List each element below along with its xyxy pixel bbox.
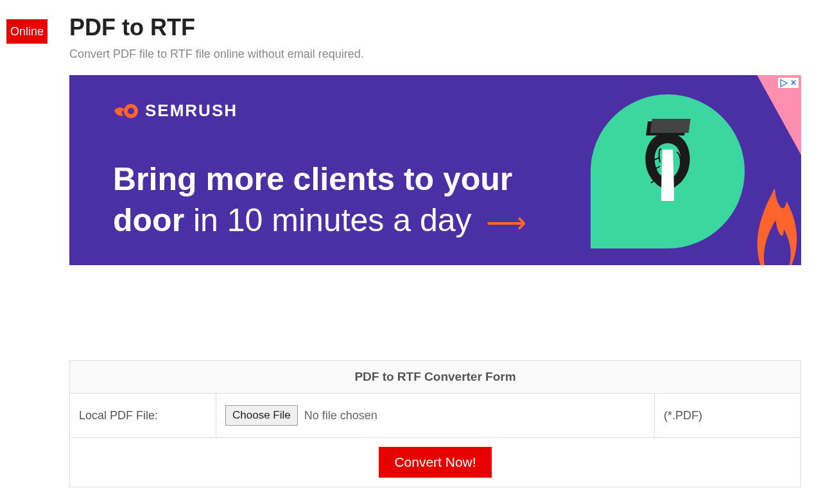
file-extension-hint: (*.PDF) (655, 394, 801, 438)
adchoices-icon[interactable] (778, 78, 788, 88)
svg-rect-1 (650, 119, 691, 133)
door-knocker-icon (629, 117, 706, 207)
ad-headline-bold-1: Bring more clients to your (113, 161, 512, 197)
arrow-right-icon: ⟶ (481, 207, 526, 238)
ad-brand-text: SEMRUSH (145, 101, 238, 121)
ad-close-icon[interactable]: ✕ (788, 78, 799, 88)
convert-now-button[interactable]: Convert Now! (379, 447, 491, 478)
file-input-cell: Choose File No file chosen (216, 394, 655, 438)
page-subtitle: Convert PDF file to RTF file online with… (69, 48, 801, 61)
ad-logo: SEMRUSH (113, 101, 238, 121)
form-header: PDF to RTF Converter Form (70, 361, 801, 394)
ad-headline-bold-2: door (113, 202, 184, 238)
file-row-label: Local PDF File: (70, 394, 216, 438)
svg-point-3 (128, 108, 134, 114)
no-file-chosen-text: No file chosen (304, 409, 377, 422)
ad-banner[interactable]: SEMRUSH Bring more clients to your door … (69, 75, 801, 265)
choose-file-button[interactable]: Choose File (225, 405, 298, 426)
ad-headline-rest: in 10 minutes a day (184, 202, 472, 238)
decorative-circle (591, 94, 745, 248)
converter-form: PDF to RTF Converter Form Local PDF File… (69, 360, 801, 487)
decorative-triangle (736, 75, 801, 177)
fireball-icon (113, 101, 139, 121)
online-badge: Online (6, 19, 48, 44)
page-title: PDF to RTF (69, 14, 801, 41)
submit-cell: Convert Now! (70, 438, 801, 487)
flame-icon (747, 162, 801, 265)
ad-headline: Bring more clients to your door in 10 mi… (113, 159, 526, 241)
